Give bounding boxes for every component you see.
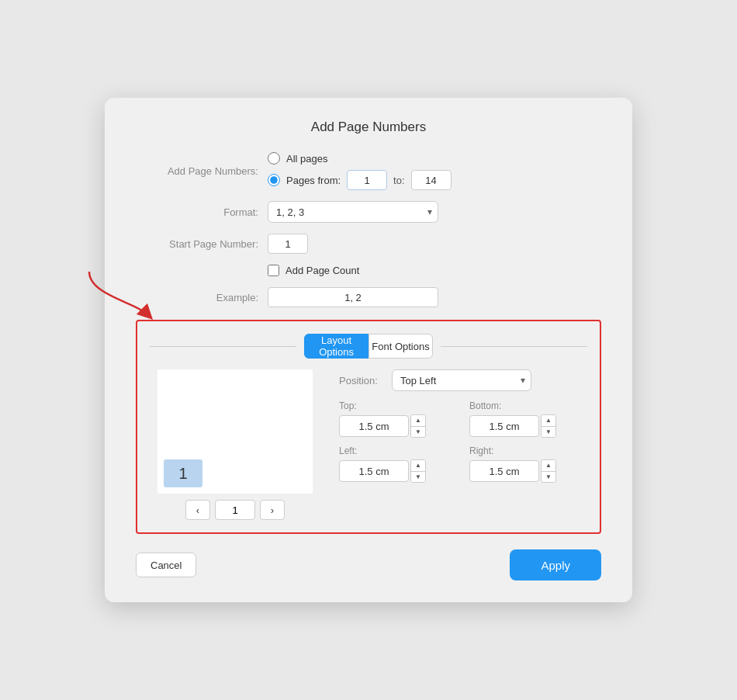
top-label: Top: (339, 400, 457, 411)
add-page-numbers-label: Add Page Numbers: (136, 165, 268, 177)
pages-to-input[interactable] (411, 170, 452, 190)
top-spinner: ▲ ▼ (410, 414, 426, 438)
add-page-numbers-row: Add Page Numbers: All pages Pages from: … (136, 152, 601, 190)
position-label: Position: (339, 375, 386, 386)
top-spin-down[interactable]: ▼ (411, 426, 425, 437)
format-row: Format: 1, 2, 3 i, ii, iii a, b, c A, B,… (136, 201, 601, 223)
page-number-badge: 1 (164, 459, 202, 487)
bottom-input-row: ▲ ▼ (469, 414, 587, 438)
to-label: to: (393, 175, 404, 186)
next-page-button[interactable]: › (260, 500, 285, 520)
top-input-row: ▲ ▼ (339, 414, 457, 438)
left-input-row: ▲ ▼ (339, 459, 457, 483)
bottom-input[interactable] (469, 415, 539, 437)
radio-group: All pages Pages from: to: (268, 152, 452, 190)
right-input[interactable] (469, 460, 539, 482)
example-row: Example: (136, 287, 601, 307)
tab-section-header: Layout Options Font Options (150, 334, 587, 359)
right-input-row: ▲ ▼ (469, 459, 587, 483)
tab-line-right (441, 346, 587, 347)
layout-right: Position: Top Left Top Center Top Right … (339, 369, 587, 520)
cancel-button[interactable]: Cancel (136, 553, 196, 577)
apply-button[interactable]: Apply (510, 549, 601, 580)
left-measure-group: Left: ▲ ▼ (339, 445, 457, 483)
top-measure-group: Top: ▲ ▼ (339, 400, 457, 438)
page-preview-number: 1 (178, 465, 187, 483)
all-pages-label: All pages (286, 153, 327, 165)
pages-from-label: Pages from: (286, 175, 341, 186)
start-page-row: Start Page Number: (136, 234, 601, 254)
right-measure-group: Right: ▲ ▼ (469, 445, 587, 483)
prev-page-button[interactable]: ‹ (185, 500, 210, 520)
options-box: Layout Options Font Options 1 ‹ › (136, 320, 601, 534)
bottom-spin-down[interactable]: ▼ (542, 426, 555, 437)
left-spin-down[interactable]: ▼ (411, 471, 425, 482)
top-spin-up[interactable]: ▲ (411, 415, 425, 426)
page-preview-area: 1 ‹ › (150, 369, 320, 520)
pages-from-input[interactable] (347, 170, 387, 190)
layout-content: 1 ‹ › Position: Top Left Top (150, 369, 587, 520)
right-spin-up[interactable]: ▲ (542, 460, 555, 471)
all-pages-option[interactable]: All pages (268, 152, 452, 165)
bottom-spinner: ▲ ▼ (541, 414, 556, 438)
bottom-spin-up[interactable]: ▲ (542, 415, 555, 426)
example-label: Example: (136, 292, 268, 303)
left-spinner: ▲ ▼ (410, 459, 426, 483)
example-input[interactable] (268, 287, 438, 307)
format-select[interactable]: 1, 2, 3 i, ii, iii a, b, c A, B, C (268, 201, 438, 223)
left-label: Left: (339, 445, 457, 456)
position-select[interactable]: Top Left Top Center Top Right Bottom Lef… (392, 369, 531, 391)
page-nav-input[interactable] (215, 500, 255, 520)
right-label: Right: (469, 445, 587, 456)
tab-line-left (150, 346, 296, 347)
add-page-count-label: Add Page Count (285, 265, 359, 276)
format-label: Format: (136, 206, 268, 218)
position-row: Position: Top Left Top Center Top Right … (339, 369, 587, 391)
format-select-wrapper: 1, 2, 3 i, ii, iii a, b, c A, B, C ▾ (268, 201, 438, 223)
right-spinner: ▲ ▼ (541, 459, 556, 483)
add-page-count-row: Add Page Count (136, 265, 601, 276)
left-input[interactable] (339, 460, 409, 482)
position-select-wrapper: Top Left Top Center Top Right Bottom Lef… (392, 369, 531, 391)
tab-layout-options[interactable]: Layout Options (304, 334, 368, 359)
tab-row: Layout Options Font Options (304, 334, 433, 359)
dialog-title: Add Page Numbers (136, 120, 601, 135)
measurements-grid: Top: ▲ ▼ Bottom: (339, 400, 587, 483)
add-page-count-checkbox[interactable] (268, 265, 279, 276)
tab-font-options[interactable]: Font Options (368, 334, 433, 359)
page-preview: 1 (157, 369, 313, 494)
start-page-input[interactable] (268, 234, 308, 254)
top-input[interactable] (339, 415, 409, 437)
bottom-row: Cancel Apply (136, 549, 601, 580)
add-page-count-option[interactable]: Add Page Count (268, 265, 359, 276)
start-page-label: Start Page Number: (136, 238, 268, 250)
left-spin-up[interactable]: ▲ (411, 460, 425, 471)
all-pages-radio[interactable] (268, 152, 280, 165)
pages-from-radio[interactable] (268, 174, 280, 186)
right-spin-down[interactable]: ▼ (542, 471, 555, 482)
dialog: Add Page Numbers Add Page Numbers: All p… (105, 98, 632, 602)
bottom-label: Bottom: (469, 400, 587, 411)
page-nav: ‹ › (185, 500, 285, 520)
pages-from-option[interactable]: Pages from: to: (268, 170, 452, 190)
bottom-measure-group: Bottom: ▲ ▼ (469, 400, 587, 438)
